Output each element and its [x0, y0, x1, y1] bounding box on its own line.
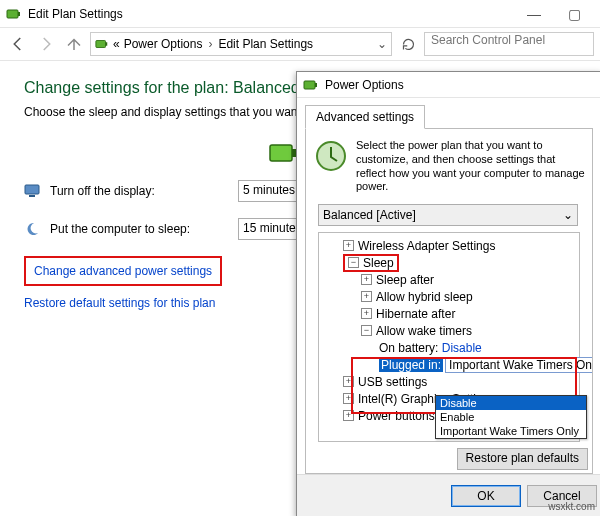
svg-rect-7 — [29, 195, 35, 197]
tree-usb[interactable]: +USB settings — [321, 373, 577, 390]
power-plan-icon — [314, 139, 348, 173]
breadcrumb-power-options[interactable]: Power Options — [124, 37, 203, 51]
tree-plugged-in[interactable]: Plugged in:Important Wake Timers Only⌄ — [321, 356, 577, 373]
window-title: Edit Plan Settings — [28, 7, 514, 21]
svg-rect-6 — [25, 185, 39, 194]
svg-rect-2 — [96, 41, 106, 48]
battery-icon — [6, 6, 22, 22]
dialog-title: Power Options — [325, 78, 404, 92]
breadcrumb-sep: › — [206, 37, 214, 51]
display-icon — [24, 183, 40, 199]
dropdown-option-important[interactable]: Important Wake Timers Only — [436, 424, 586, 438]
maximize-button[interactable]: ▢ — [554, 6, 594, 22]
collapse-icon[interactable]: − — [361, 325, 372, 336]
expand-icon[interactable]: + — [343, 410, 354, 421]
expand-icon[interactable]: + — [361, 308, 372, 319]
tree-allow-wake-timers[interactable]: −Allow wake timers — [321, 322, 577, 339]
svg-rect-4 — [270, 145, 292, 161]
search-input[interactable]: Search Control Panel — [424, 32, 594, 56]
svg-rect-3 — [106, 42, 108, 46]
highlight-box: Change advanced power settings — [24, 256, 222, 286]
dropdown-option-enable[interactable]: Enable — [436, 410, 586, 424]
chevron-down-icon: ⌄ — [563, 208, 573, 222]
tree-allow-hybrid[interactable]: +Allow hybrid sleep — [321, 288, 577, 305]
up-button[interactable] — [62, 32, 86, 56]
dropdown-option-disable[interactable]: Disable — [436, 396, 586, 410]
refresh-button[interactable] — [396, 32, 420, 56]
plugged-in-dropdown-list[interactable]: Disable Enable Important Wake Timers Onl… — [435, 395, 587, 439]
tree-sleep[interactable]: −Sleep — [321, 254, 577, 271]
settings-tree[interactable]: +Wireless Adapter Settings −Sleep +Sleep… — [318, 232, 580, 442]
tree-sleep-after[interactable]: +Sleep after — [321, 271, 577, 288]
battery-icon — [95, 37, 109, 51]
expand-icon[interactable]: + — [361, 291, 372, 302]
tree-hibernate-after[interactable]: +Hibernate after — [321, 305, 577, 322]
power-options-dialog: Power Options Advanced settings Select t… — [296, 71, 600, 516]
expand-icon[interactable]: + — [361, 274, 372, 285]
crumb-prefix: « — [113, 37, 120, 51]
svg-rect-1 — [18, 12, 20, 16]
expand-icon[interactable]: + — [343, 376, 354, 387]
put-to-sleep-label: Put the computer to sleep: — [50, 222, 238, 236]
svg-rect-0 — [7, 10, 18, 18]
breadcrumb-edit-plan[interactable]: Edit Plan Settings — [218, 37, 313, 51]
dialog-intro: Select the power plan that you want to c… — [356, 139, 588, 194]
power-plan-value: Balanced [Active] — [323, 208, 416, 222]
ok-button[interactable]: OK — [451, 485, 521, 507]
battery-large-icon — [268, 141, 298, 165]
minimize-button[interactable]: — — [514, 6, 554, 22]
chevron-down-icon[interactable]: ⌄ — [377, 37, 387, 51]
restore-defaults-link[interactable]: Restore default settings for this plan — [24, 296, 215, 310]
tab-advanced-settings[interactable]: Advanced settings — [305, 105, 425, 129]
plugged-in-dropdown[interactable]: Important Wake Timers Only⌄ — [445, 357, 593, 373]
expand-icon[interactable]: + — [343, 240, 354, 251]
turn-off-display-label: Turn off the display: — [50, 184, 238, 198]
power-plan-select[interactable]: Balanced [Active] ⌄ — [318, 204, 578, 226]
change-advanced-link[interactable]: Change advanced power settings — [34, 264, 212, 278]
tree-on-battery[interactable]: On battery: Disable — [321, 339, 577, 356]
svg-rect-8 — [304, 81, 315, 89]
address-bar[interactable]: « Power Options › Edit Plan Settings ⌄ — [90, 32, 392, 56]
restore-plan-defaults-button[interactable]: Restore plan defaults — [457, 448, 588, 470]
sleep-icon — [24, 221, 40, 237]
battery-icon — [303, 77, 319, 93]
forward-button[interactable] — [34, 32, 58, 56]
watermark: wsxkt.com — [548, 501, 595, 512]
collapse-icon[interactable]: − — [348, 257, 359, 268]
back-button[interactable] — [6, 32, 30, 56]
tree-wireless[interactable]: +Wireless Adapter Settings — [321, 237, 577, 254]
svg-rect-9 — [315, 83, 317, 87]
on-battery-value[interactable]: Disable — [442, 341, 482, 355]
expand-icon[interactable]: + — [343, 393, 354, 404]
